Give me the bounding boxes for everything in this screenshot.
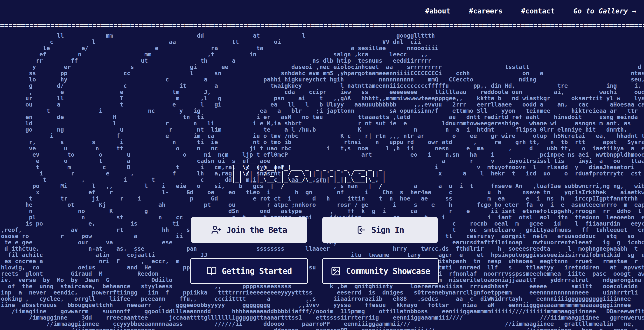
midjourney-landing-page: #about #careers #contact Go to Gallery →… (0, 0, 644, 330)
nav-link-careers[interactable]: #careers (469, 7, 503, 15)
user-plus-icon (211, 225, 221, 235)
top-nav: #about #careers #contact Go to Gallery → (425, 0, 636, 22)
community-showcase-label: Community Showcase (346, 266, 430, 276)
open-book-icon (206, 266, 217, 276)
getting-started-button[interactable]: Getting Started (190, 258, 308, 284)
sign-in-button[interactable]: Sign In (322, 217, 438, 243)
image-icon (330, 266, 341, 276)
join-beta-label: Join the Beta (226, 225, 287, 235)
join-beta-button[interactable]: Join the Beta (191, 217, 307, 243)
sign-in-icon (356, 225, 366, 235)
midjourney-ascii-logo: __ __ _ _ _ | \/ (_)__| (_)___ _ _ _ _ _… (232, 158, 386, 189)
nav-link-contact[interactable]: #contact (521, 7, 555, 15)
sign-in-label: Sign In (371, 225, 404, 235)
nav-link-gallery[interactable]: Go to Gallery → (573, 7, 636, 15)
community-showcase-button[interactable]: Community Showcase (322, 258, 439, 284)
divider-line: ========================================… (0, 21, 644, 29)
nav-link-about[interactable]: #about (425, 7, 450, 15)
getting-started-label: Getting Started (222, 266, 292, 276)
